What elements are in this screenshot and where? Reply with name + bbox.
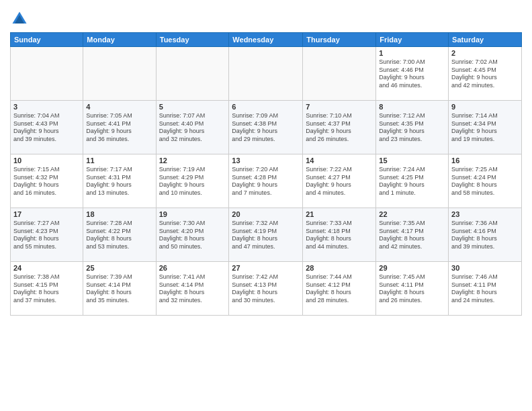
day-number: 11 — [86, 156, 152, 165]
calendar-cell: 7Sunrise: 7:10 AM Sunset: 4:37 PM Daylig… — [303, 101, 376, 154]
calendar-cell: 28Sunrise: 7:44 AM Sunset: 4:12 PM Dayli… — [303, 262, 376, 316]
day-info: Sunrise: 7:19 AM Sunset: 4:29 PM Dayligh… — [159, 166, 226, 197]
day-number: 6 — [232, 103, 300, 111]
calendar-container: SundayMondayTuesdayWednesdayThursdayFrid… — [0, 0, 532, 411]
day-info: Sunrise: 7:04 AM Sunset: 4:43 PM Dayligh… — [13, 112, 80, 144]
calendar-table: SundayMondayTuesdayWednesdayThursdayFrid… — [10, 32, 522, 316]
calendar-cell: 14Sunrise: 7:22 AM Sunset: 4:27 PM Dayli… — [303, 154, 376, 208]
day-number: 19 — [159, 210, 226, 218]
logo-icon — [10, 9, 29, 28]
day-info: Sunrise: 7:09 AM Sunset: 4:38 PM Dayligh… — [232, 112, 300, 144]
calendar-cell: 10Sunrise: 7:15 AM Sunset: 4:32 PM Dayli… — [11, 154, 83, 208]
day-info: Sunrise: 7:46 AM Sunset: 4:11 PM Dayligh… — [451, 273, 519, 305]
day-info: Sunrise: 7:17 AM Sunset: 4:31 PM Dayligh… — [86, 166, 152, 197]
calendar-cell: 13Sunrise: 7:20 AM Sunset: 4:28 PM Dayli… — [229, 154, 303, 208]
day-info: Sunrise: 7:36 AM Sunset: 4:16 PM Dayligh… — [451, 220, 519, 251]
day-number: 26 — [159, 264, 226, 272]
day-info: Sunrise: 7:10 AM Sunset: 4:37 PM Dayligh… — [306, 112, 373, 144]
calendar-cell — [156, 47, 229, 101]
calendar-cell: 5Sunrise: 7:07 AM Sunset: 4:40 PM Daylig… — [156, 101, 229, 154]
calendar-header-row: SundayMondayTuesdayWednesdayThursdayFrid… — [11, 33, 522, 47]
day-info: Sunrise: 7:12 AM Sunset: 4:35 PM Dayligh… — [379, 112, 445, 144]
day-number: 12 — [159, 156, 226, 165]
calendar-cell: 15Sunrise: 7:24 AM Sunset: 4:25 PM Dayli… — [376, 154, 449, 208]
day-info: Sunrise: 7:30 AM Sunset: 4:20 PM Dayligh… — [159, 220, 226, 251]
day-number: 14 — [306, 156, 373, 165]
calendar-cell: 26Sunrise: 7:41 AM Sunset: 4:14 PM Dayli… — [156, 262, 229, 316]
day-info: Sunrise: 7:27 AM Sunset: 4:23 PM Dayligh… — [13, 220, 80, 251]
day-number: 28 — [306, 264, 373, 272]
day-info: Sunrise: 7:05 AM Sunset: 4:41 PM Dayligh… — [86, 112, 152, 144]
day-number: 1 — [379, 49, 445, 57]
calendar-cell — [83, 47, 156, 101]
day-number: 7 — [306, 103, 373, 111]
day-number: 21 — [306, 210, 373, 218]
calendar-cell: 27Sunrise: 7:42 AM Sunset: 4:13 PM Dayli… — [229, 262, 303, 316]
day-number: 24 — [13, 264, 80, 272]
day-number: 2 — [451, 49, 519, 57]
day-info: Sunrise: 7:39 AM Sunset: 4:14 PM Dayligh… — [86, 273, 152, 305]
calendar-cell: 19Sunrise: 7:30 AM Sunset: 4:20 PM Dayli… — [156, 208, 229, 262]
day-info: Sunrise: 7:42 AM Sunset: 4:13 PM Dayligh… — [232, 273, 300, 305]
calendar-cell: 2Sunrise: 7:02 AM Sunset: 4:45 PM Daylig… — [449, 47, 522, 101]
calendar-cell — [229, 47, 303, 101]
calendar-cell — [303, 47, 376, 101]
day-number: 29 — [379, 264, 445, 272]
calendar-cell: 12Sunrise: 7:19 AM Sunset: 4:29 PM Dayli… — [156, 154, 229, 208]
calendar-cell: 3Sunrise: 7:04 AM Sunset: 4:43 PM Daylig… — [11, 101, 83, 154]
calendar-cell — [11, 47, 83, 101]
calendar-week-row: 24Sunrise: 7:38 AM Sunset: 4:15 PM Dayli… — [11, 262, 522, 316]
day-number: 4 — [86, 103, 152, 111]
calendar-cell: 18Sunrise: 7:28 AM Sunset: 4:22 PM Dayli… — [83, 208, 156, 262]
day-number: 8 — [379, 103, 445, 111]
day-info: Sunrise: 7:38 AM Sunset: 4:15 PM Dayligh… — [13, 273, 80, 305]
day-number: 23 — [451, 210, 519, 218]
calendar-cell: 9Sunrise: 7:14 AM Sunset: 4:34 PM Daylig… — [449, 101, 522, 154]
day-number: 18 — [86, 210, 152, 218]
calendar-cell: 21Sunrise: 7:33 AM Sunset: 4:18 PM Dayli… — [303, 208, 376, 262]
weekday-header: Saturday — [449, 33, 522, 47]
day-info: Sunrise: 7:45 AM Sunset: 4:11 PM Dayligh… — [379, 273, 445, 305]
day-info: Sunrise: 7:28 AM Sunset: 4:22 PM Dayligh… — [86, 220, 152, 251]
calendar-cell: 23Sunrise: 7:36 AM Sunset: 4:16 PM Dayli… — [449, 208, 522, 262]
calendar-cell: 4Sunrise: 7:05 AM Sunset: 4:41 PM Daylig… — [83, 101, 156, 154]
calendar-cell: 25Sunrise: 7:39 AM Sunset: 4:14 PM Dayli… — [83, 262, 156, 316]
header — [10, 7, 522, 28]
day-info: Sunrise: 7:20 AM Sunset: 4:28 PM Dayligh… — [232, 166, 300, 197]
day-info: Sunrise: 7:14 AM Sunset: 4:34 PM Dayligh… — [451, 112, 519, 144]
calendar-cell: 29Sunrise: 7:45 AM Sunset: 4:11 PM Dayli… — [376, 262, 449, 316]
calendar-week-row: 3Sunrise: 7:04 AM Sunset: 4:43 PM Daylig… — [11, 101, 522, 154]
day-info: Sunrise: 7:15 AM Sunset: 4:32 PM Dayligh… — [13, 166, 80, 197]
calendar-cell: 6Sunrise: 7:09 AM Sunset: 4:38 PM Daylig… — [229, 101, 303, 154]
calendar-cell: 22Sunrise: 7:35 AM Sunset: 4:17 PM Dayli… — [376, 208, 449, 262]
day-info: Sunrise: 7:07 AM Sunset: 4:40 PM Dayligh… — [159, 112, 226, 144]
calendar-cell: 16Sunrise: 7:25 AM Sunset: 4:24 PM Dayli… — [449, 154, 522, 208]
calendar-cell: 30Sunrise: 7:46 AM Sunset: 4:11 PM Dayli… — [449, 262, 522, 316]
day-info: Sunrise: 7:22 AM Sunset: 4:27 PM Dayligh… — [306, 166, 373, 197]
weekday-header: Tuesday — [156, 33, 229, 47]
day-number: 13 — [232, 156, 300, 165]
day-number: 16 — [451, 156, 519, 165]
day-number: 9 — [451, 103, 519, 111]
day-info: Sunrise: 7:25 AM Sunset: 4:24 PM Dayligh… — [451, 166, 519, 197]
calendar-cell: 17Sunrise: 7:27 AM Sunset: 4:23 PM Dayli… — [11, 208, 83, 262]
day-info: Sunrise: 7:00 AM Sunset: 4:46 PM Dayligh… — [379, 58, 445, 90]
calendar-week-row: 1Sunrise: 7:00 AM Sunset: 4:46 PM Daylig… — [11, 47, 522, 101]
weekday-header: Monday — [83, 33, 156, 47]
day-number: 15 — [379, 156, 445, 165]
day-number: 20 — [232, 210, 300, 218]
calendar-week-row: 10Sunrise: 7:15 AM Sunset: 4:32 PM Dayli… — [11, 154, 522, 208]
day-number: 30 — [451, 264, 519, 272]
day-info: Sunrise: 7:32 AM Sunset: 4:19 PM Dayligh… — [232, 220, 300, 251]
day-number: 27 — [232, 264, 300, 272]
day-number: 22 — [379, 210, 445, 218]
day-number: 5 — [159, 103, 226, 111]
weekday-header: Thursday — [303, 33, 376, 47]
weekday-header: Sunday — [11, 33, 83, 47]
calendar-cell: 1Sunrise: 7:00 AM Sunset: 4:46 PM Daylig… — [376, 47, 449, 101]
calendar-cell: 24Sunrise: 7:38 AM Sunset: 4:15 PM Dayli… — [11, 262, 83, 316]
day-info: Sunrise: 7:35 AM Sunset: 4:17 PM Dayligh… — [379, 220, 445, 251]
weekday-header: Friday — [376, 33, 449, 47]
day-info: Sunrise: 7:44 AM Sunset: 4:12 PM Dayligh… — [306, 273, 373, 305]
calendar-cell: 20Sunrise: 7:32 AM Sunset: 4:19 PM Dayli… — [229, 208, 303, 262]
